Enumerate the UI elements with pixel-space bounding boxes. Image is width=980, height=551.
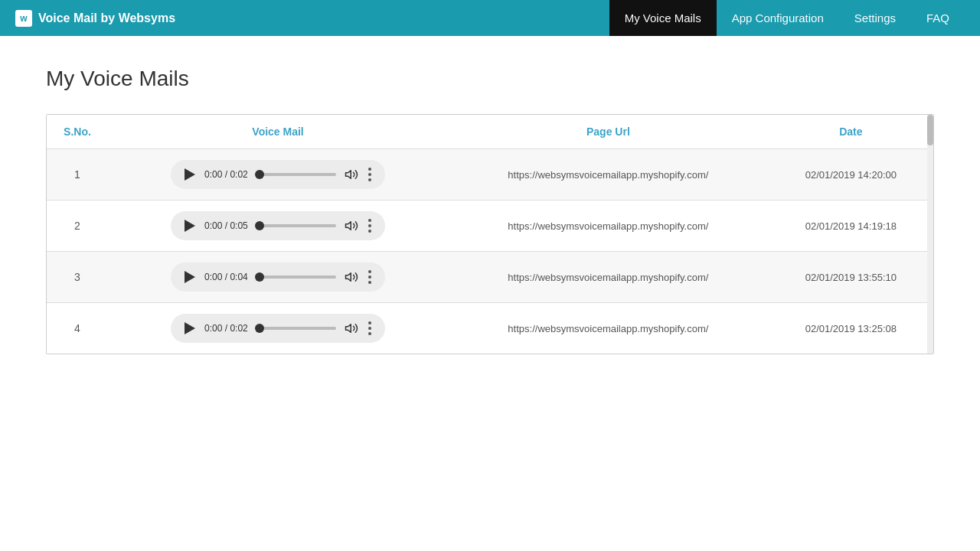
nav-link-app-configuration[interactable]: App Configuration: [717, 0, 839, 36]
col-header-sno: S.No.: [47, 115, 108, 149]
play-button-3[interactable]: [183, 270, 197, 284]
cell-sno: 1: [47, 149, 108, 201]
progress-thumb-1: [255, 170, 264, 179]
volume-icon-3[interactable]: [344, 269, 359, 285]
audio-player-2: 0:00 / 0:05: [171, 211, 385, 240]
cell-voicemail: 0:00 / 0:04: [108, 252, 448, 303]
progress-fill-2: [256, 224, 260, 227]
table-row: 30:00 / 0:04https://websymsvoicemailapp.…: [47, 252, 933, 303]
cell-sno: 4: [47, 303, 108, 354]
play-button-2[interactable]: [183, 219, 197, 233]
cell-voicemail: 0:00 / 0:02: [108, 303, 448, 354]
voicemail-table: S.No. Voice Mail Page Url Date 10:00 / 0…: [47, 115, 933, 354]
page-title: My Voice Mails: [46, 67, 934, 91]
audio-player-3: 0:00 / 0:04: [171, 262, 385, 292]
progress-bar-1[interactable]: [256, 173, 336, 176]
cell-pageurl: https://websymsvoicemailapp.myshopify.co…: [448, 201, 769, 252]
nav-links: My Voice Mails App Configuration Setting…: [609, 0, 965, 36]
cell-date: 02/01/2019 13:55:10: [769, 252, 933, 303]
progress-thumb-3: [255, 272, 264, 282]
progress-bar-4[interactable]: [256, 327, 336, 330]
more-options-icon-1[interactable]: [367, 166, 373, 183]
progress-bar-3[interactable]: [256, 276, 336, 279]
col-header-pageurl: Page Url: [448, 115, 769, 149]
table-row: 20:00 / 0:05https://websymsvoicemailapp.…: [47, 201, 933, 252]
volume-icon-2[interactable]: [344, 218, 359, 233]
nav-brand: w Voice Mail by Websyms: [15, 10, 609, 27]
table-row: 10:00 / 0:02https://websymsvoicemailapp.…: [47, 149, 933, 201]
progress-thumb-2: [255, 221, 264, 230]
svg-marker-1: [346, 222, 351, 230]
nav-link-my-voice-mails[interactable]: My Voice Mails: [609, 0, 717, 36]
more-options-icon-4[interactable]: [367, 320, 373, 337]
nav-link-settings[interactable]: Settings: [839, 0, 911, 36]
scroll-thumb[interactable]: [927, 115, 933, 145]
progress-thumb-4: [255, 324, 264, 333]
scrollbar[interactable]: [927, 115, 933, 354]
col-header-date: Date: [769, 115, 933, 149]
cell-date: 02/01/2019 14:19:18: [769, 201, 933, 252]
cell-voicemail: 0:00 / 0:05: [108, 201, 448, 252]
time-display-1: 0:00 / 0:02: [204, 169, 248, 180]
cell-date: 02/01/2019 13:25:08: [769, 303, 933, 354]
audio-player-1: 0:00 / 0:02: [171, 160, 385, 189]
volume-icon-4[interactable]: [344, 321, 359, 336]
play-button-1[interactable]: [183, 168, 197, 181]
progress-fill-4: [256, 327, 260, 330]
cell-sno: 3: [47, 252, 108, 303]
volume-icon-1[interactable]: [344, 167, 359, 182]
cell-date: 02/01/2019 14:20:00: [769, 149, 933, 201]
cell-sno: 2: [47, 201, 108, 252]
col-header-voicemail: Voice Mail: [108, 115, 448, 149]
navbar: w Voice Mail by Websyms My Voice Mails A…: [0, 0, 980, 36]
brand-label: Voice Mail by Websyms: [38, 11, 175, 25]
audio-player-4: 0:00 / 0:02: [171, 314, 385, 343]
svg-marker-0: [346, 171, 351, 179]
nav-link-faq[interactable]: FAQ: [911, 0, 965, 36]
cell-pageurl: https://websymsvoicemailapp.myshopify.co…: [448, 252, 769, 303]
cell-pageurl: https://websymsvoicemailapp.myshopify.co…: [448, 149, 769, 201]
time-display-4: 0:00 / 0:02: [204, 323, 248, 334]
cell-pageurl: https://websymsvoicemailapp.myshopify.co…: [448, 303, 769, 354]
page-content: My Voice Mails S.No. Voice Mail Page Url…: [0, 36, 980, 385]
more-options-icon-3[interactable]: [367, 269, 373, 285]
table-wrapper: S.No. Voice Mail Page Url Date 10:00 / 0…: [46, 114, 934, 354]
svg-marker-3: [346, 324, 351, 333]
more-options-icon-2[interactable]: [367, 217, 373, 234]
progress-bar-2[interactable]: [256, 224, 336, 227]
table-header-row: S.No. Voice Mail Page Url Date: [47, 115, 933, 149]
progress-fill-3: [256, 276, 260, 279]
time-display-3: 0:00 / 0:04: [204, 272, 248, 282]
progress-fill-1: [256, 173, 260, 176]
play-button-4[interactable]: [183, 321, 197, 335]
table-row: 40:00 / 0:02https://websymsvoicemailapp.…: [47, 303, 933, 354]
time-display-2: 0:00 / 0:05: [204, 220, 248, 231]
svg-marker-2: [346, 273, 351, 282]
cell-voicemail: 0:00 / 0:02: [108, 149, 448, 201]
brand-icon: w: [15, 10, 32, 27]
